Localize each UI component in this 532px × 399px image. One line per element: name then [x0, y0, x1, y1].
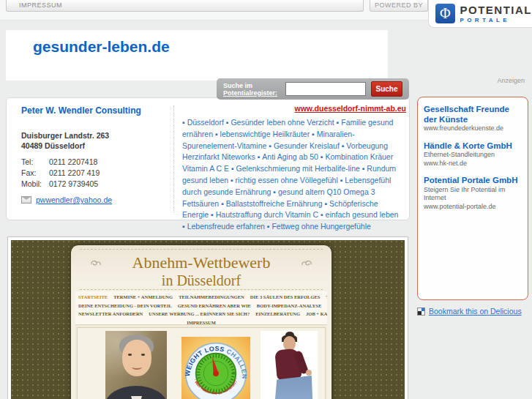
page: { "colors": { "accent_blue": "#0e63c4", … — [0, 0, 532, 399]
keyword-tag: ▪ Hautstraffung durch Vitamin C — [211, 210, 321, 219]
ad-title-link[interactable]: Händle & Korte GmbH — [424, 141, 522, 152]
preview-menu-row: IMPRESSUM — [75, 318, 327, 326]
ornament-swirl-right-icon — [301, 257, 312, 270]
preview-menu-row: NEWSLETTER ANFORDERNUNSERE WERBUNG ... E… — [75, 310, 327, 318]
contact-city: 40489 Düsseldorf — [21, 141, 168, 151]
logo-line2: PORTALE — [460, 17, 532, 23]
divider — [173, 105, 174, 212]
preview-pattern-background: Abnehm-Wettbewerb in Düsseldorf STARTSEI… — [11, 240, 405, 399]
keyword-tag: ▪ Fettweg ohne Hungergefühle — [267, 222, 371, 231]
keyword-tag: ▪ richtig essen ohne Völlegefühl — [231, 176, 340, 184]
preview-title-line1: Abnehm-Wettbewerb — [71, 253, 331, 272]
phone-row: Fax:0211 2207 419 — [21, 168, 168, 179]
keyword-tag: ▪ Anti Aging ab 50 — [258, 152, 321, 161]
logo-text: POTENTIAL PORTALE — [460, 4, 532, 23]
ad-url: www.hk-net.de — [424, 160, 522, 168]
phi-logo-icon: Φ — [435, 4, 455, 23]
ad-item: Potential Portale GmbHSteigern Sie Ihr P… — [424, 176, 522, 211]
keyword-tag: ▪ Gelenkschmierung mit Herbalife-line — [231, 164, 362, 173]
preview-menu-item[interactable]: JOB + KARRIERE — [306, 311, 327, 316]
preview-menu-item[interactable]: UNSERE WERBUNG ... ERINNERN SIE SICH? — [149, 311, 250, 316]
site-header: gesunder-leben.de — [6, 30, 388, 81]
phone-label: Mobil: — [21, 179, 49, 190]
man-portrait-photo — [105, 331, 167, 399]
phone-value: 0211 2207 419 — [49, 168, 100, 177]
phone-value: 0211 2207418 — [49, 157, 97, 166]
ad-item: Händle & Korte GmbHEthernet-Standleitung… — [424, 141, 522, 168]
preview-menu-item[interactable]: NEWSLETTER ANFORDERN — [78, 311, 143, 316]
preview-inner-box: WEIGHT LOSS CHALLENGE · Was haben Sie zu… — [77, 327, 326, 399]
email-row: pwwendler@yahoo.de — [21, 195, 168, 204]
search-label: Suche im Potentialregister: — [223, 82, 285, 97]
keyword-tag: ▪ Gesunder Kreislauf — [269, 141, 341, 150]
ad-subtitle: Ethernet-Standleitungen — [424, 151, 522, 160]
keyword-list: ▪ Düsseldorf ▪ Gesünder leben ohne Verzi… — [182, 117, 406, 233]
preview-menu-item[interactable]: IMPRESSUM — [187, 320, 216, 325]
keyword-tag: ▪ lebenswichtige Heilkräuter — [215, 130, 312, 138]
anzeigen-label: Anzeigen — [497, 77, 525, 84]
preview-menu-item[interactable]: TEILNAHMEBEDINGUNGEN — [179, 294, 244, 299]
bookmark-delicious-link[interactable]: Bookmark this on Delicious — [429, 307, 522, 316]
keywords-panel: www.duesseldorf-nimmt-ab.eu ▪ Düsseldorf… — [182, 104, 406, 233]
phone-label: Tel: — [21, 157, 49, 168]
contact-address: Duisburger Landstr. 263 40489 Düsseldorf — [21, 130, 168, 151]
keyword-tag: ▪ Ballaststoffreiche Ernährung — [221, 199, 324, 208]
contact-street: Duisburger Landstr. 263 — [21, 130, 168, 141]
bookmark-row: Bookmark this on Delicious — [417, 307, 522, 316]
search-label-line2: Potentialregister: — [223, 89, 277, 97]
preview-title-line2: in Düsseldorf — [71, 272, 331, 289]
search-button[interactable]: Suche — [371, 81, 402, 97]
keyword-tag: ▪ einfach gesund leben — [321, 210, 398, 219]
preview-menu-row: STARTSEITETERMINE + ANMELDUNGTEILNAHMEBE… — [75, 293, 327, 302]
preview-menu-item[interactable]: STARTSEITE — [78, 294, 108, 299]
keyword-tag: ▪ Lebensfreude erfahren — [182, 222, 267, 231]
search-input[interactable] — [285, 82, 366, 96]
preview-menu-item[interactable]: DIE 3 SÄULEN DES ERFOLGES — [250, 294, 321, 299]
preview-menu-item[interactable]: DEINE ENTSCHEIDUNG - DEIN VORTEIL — [78, 303, 172, 308]
phone-row: Tel:0211 2207418 — [21, 157, 168, 168]
email-link[interactable]: pwwendler@yahoo.de — [36, 195, 112, 204]
ads-list: Gesellschaft Freunde der Künstewww.freun… — [424, 105, 522, 211]
dashed-rule-bottom — [80, 289, 323, 290]
website-link[interactable]: www.duesseldorf-nimmt-ab.eu — [182, 104, 406, 113]
phone-label: Fax: — [21, 168, 49, 179]
ad-title-link[interactable]: Gesellschaft Freunde der Künste — [424, 105, 522, 124]
preview-body: WEIGHT LOSS CHALLENGE · Was haben Sie zu… — [75, 325, 327, 399]
phone-list: Tel:0211 2207418Fax:0211 2207 419Mobil:0… — [21, 157, 168, 190]
logo-line1: POTENTIAL — [460, 4, 532, 16]
search-label-line1: Suche im — [223, 82, 252, 89]
search-bar: Suche im Potentialregister: Suche — [217, 78, 409, 100]
contact-panel: Peter W. Wendler Consulting Duisburger L… — [21, 105, 168, 204]
preview-menu-item[interactable]: BODY-IMPEDANZ-ANALYSE — [257, 303, 321, 308]
preview-menu: STARTSEITETERMINE + ANMELDUNGTEILNAHMEBE… — [75, 291, 327, 325]
keyword-tag: ▪ Düsseldorf — [182, 118, 226, 127]
phone-value: 0172 9739405 — [49, 179, 98, 188]
woman-jeans-photo — [261, 331, 318, 399]
ads-sidebar: Gesellschaft Freunde der Künstewww.freun… — [417, 97, 528, 300]
phone-row: Mobil:0172 9739405 — [21, 179, 168, 190]
keyword-tag: ▪ Gesünder leben ohne Verzicht — [226, 118, 337, 127]
ad-url: www.potential-portale.de — [424, 203, 522, 212]
powered-by-label: POWERED BY — [370, 0, 428, 12]
preview-menu-row: DEINE ENTSCHEIDUNG - DEIN VORTEILGESUND … — [75, 302, 327, 310]
ad-url: www.freundederkuenste.de — [424, 124, 522, 133]
ad-subtitle: Steigern Sie Ihr Potential im Internet — [424, 186, 522, 203]
delicious-icon — [417, 307, 425, 316]
contact-name: Peter W. Wendler Consulting — [21, 105, 168, 116]
mail-icon — [21, 196, 31, 204]
weight-loss-challenge-logo: WEIGHT LOSS CHALLENGE · Was haben Sie zu… — [181, 337, 250, 399]
preview-menu-item[interactable]: GESUND ERNÄHREN ABER WIE — [178, 303, 251, 308]
preview-menu-item[interactable]: TERMINE + ANMELDUNG — [113, 294, 173, 299]
page-title: gesunder-leben.de — [33, 38, 170, 56]
ornament-swirl-left-icon — [90, 257, 102, 270]
ad-title-link[interactable]: Potential Portale GmbH — [424, 176, 522, 186]
tab-impressum[interactable]: IMPRESSUM — [6, 0, 364, 12]
preview-content: Abnehm-Wettbewerb in Düsseldorf STARTSEI… — [71, 245, 331, 399]
preview-menu-item[interactable]: EINZELBERATUNG — [255, 311, 300, 316]
preview-menu-item[interactable]: THEMENABENDE — [326, 294, 327, 299]
dashed-rule-top — [80, 249, 323, 250]
profile-card: Peter W. Wendler Consulting Duisburger L… — [6, 97, 410, 220]
website-preview[interactable]: Abnehm-Wettbewerb in Düsseldorf STARTSEI… — [7, 236, 408, 399]
potential-portale-logo[interactable]: Φ POTENTIAL PORTALE — [428, 0, 532, 28]
ad-item: Gesellschaft Freunde der Künstewww.freun… — [424, 105, 522, 133]
